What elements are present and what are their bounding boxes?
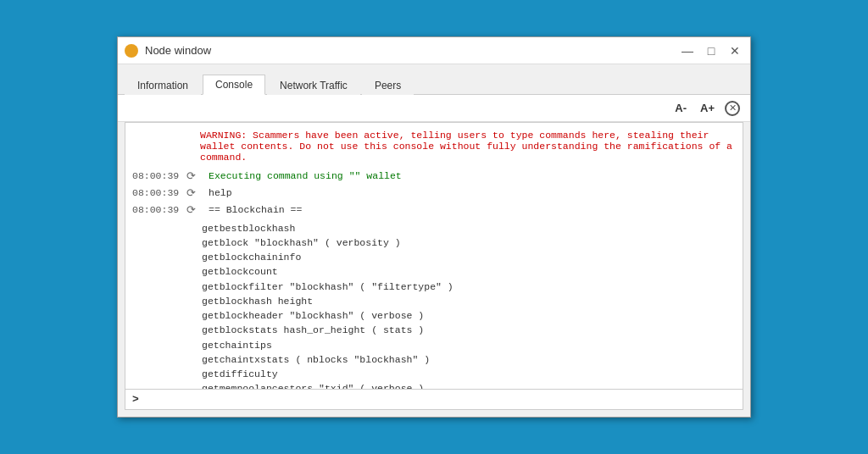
window-controls: — □ ✕ — [679, 42, 743, 59]
log-line-1: 08:00:39 ⟳ Executing command using "" wa… — [132, 169, 736, 185]
log-text-2: help — [209, 186, 232, 200]
console-close-button[interactable]: ✕ — [725, 101, 740, 116]
timestamp-3: 08:00:39 — [132, 203, 183, 217]
cmd-getbestblockhash: getbestblockhash — [202, 221, 736, 235]
timestamp-2: 08:00:39 — [132, 186, 183, 200]
console-output[interactable]: WARNING: Scammers have been active, tell… — [125, 123, 743, 389]
timestamp-1: 08:00:39 — [132, 169, 183, 183]
cmd-getblockcount: getblockcount — [202, 264, 736, 279]
cmd-getblockhash: getblockhash height — [202, 294, 736, 308]
log-text-1: Executing command using "" wallet — [209, 169, 402, 183]
title-bar: Node window — □ ✕ — [118, 37, 750, 64]
blockchain-commands: getbestblockhash getblock "blockhash" ( … — [202, 221, 736, 389]
cmd-getdifficulty: getdifficulty — [202, 367, 736, 381]
minimize-button[interactable]: — — [679, 42, 696, 59]
tab-bar: Information Console Network Traffic Peer… — [118, 64, 750, 95]
cmd-getchaintips: getchaintips — [202, 338, 736, 352]
cmd-getchaintxstats: getchaintxstats ( nblocks "blockhash" ) — [202, 352, 736, 367]
node-window: Node window — □ ✕ Information Console Ne… — [117, 36, 751, 418]
log-icon-2: ⟳ — [186, 186, 205, 202]
console-area: WARNING: Scammers have been active, tell… — [125, 122, 743, 410]
cmd-getblockfilter: getblockfilter "blockhash" ( "filtertype… — [202, 280, 736, 294]
log-line-3: 08:00:39 ⟳ == Blockchain == — [132, 203, 736, 219]
log-line-2: 08:00:39 ⟳ help — [132, 186, 736, 202]
window-title: Node window — [145, 44, 679, 57]
font-decrease-button[interactable]: A- — [671, 100, 690, 116]
command-input[interactable] — [144, 394, 736, 406]
cmd-getblockchaininfo: getblockchaininfo — [202, 250, 736, 264]
cmd-getmempoolancestors: getmempoolancestors "txid" ( verbose ) — [202, 381, 736, 389]
log-icon-1: ⟳ — [186, 169, 205, 185]
tab-peers[interactable]: Peers — [362, 75, 414, 95]
cmd-getblockheader: getblockheader "blockhash" ( verbose ) — [202, 308, 736, 323]
tab-console[interactable]: Console — [203, 75, 265, 95]
close-button[interactable]: ✕ — [726, 42, 743, 59]
warning-message: WARNING: Scammers have been active, tell… — [200, 130, 736, 163]
cmd-getblockstats: getblockstats hash_or_height ( stats ) — [202, 323, 736, 337]
cmd-prompt: > — [132, 393, 139, 406]
log-icon-3: ⟳ — [186, 203, 205, 219]
log-text-3: == Blockchain == — [209, 203, 302, 217]
font-increase-button[interactable]: A+ — [697, 100, 718, 116]
tab-network-traffic[interactable]: Network Traffic — [267, 75, 360, 95]
maximize-button[interactable]: □ — [703, 42, 720, 59]
app-icon — [125, 44, 138, 58]
tab-information[interactable]: Information — [125, 75, 201, 95]
command-input-bar: > — [125, 389, 743, 409]
cmd-getblock: getblock "blockhash" ( verbosity ) — [202, 235, 736, 250]
console-toolbar: A- A+ ✕ — [118, 95, 750, 122]
